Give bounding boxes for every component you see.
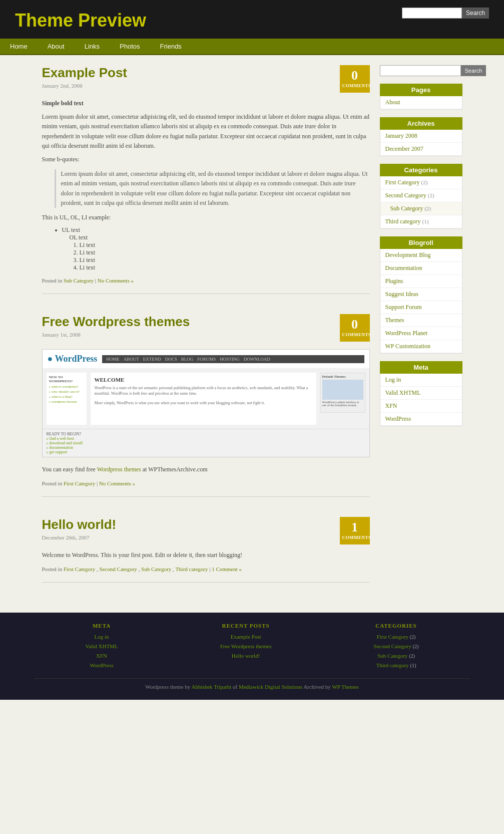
comment-label: COMMENTS — [342, 332, 367, 337]
wp-screenshot: ● WordPress HOME ABOUT EXTEND DOCS BLOG … — [42, 349, 370, 457]
footer-link-xfn[interactable]: XFN — [96, 653, 107, 659]
blogroll-link-wpc[interactable]: WP Customization — [380, 340, 462, 353]
category-link[interactable]: Sub Category — [64, 277, 94, 284]
blogroll-link-dev[interactable]: Development Blog — [380, 249, 462, 261]
footer-link-recent-2[interactable]: Free Wordpress themes — [220, 643, 272, 649]
footer-cat-count: (1) — [410, 663, 416, 668]
list-section: UL text OL text Li text Li text Li text … — [52, 226, 370, 271]
widget-pages-title: Pages — [380, 84, 462, 96]
wp-sidebar-link: » what is wordpress? — [49, 385, 84, 389]
meta-item-wp: WordPress — [380, 413, 462, 426]
post-header: Example Post January 2nd, 2008 0 COMMENT… — [42, 65, 370, 93]
no-comments-link[interactable]: No Comments » — [98, 277, 134, 284]
footer-link-cat-sub[interactable]: Sub Category (2) — [377, 653, 415, 659]
footer-link-login[interactable]: Log in — [95, 634, 109, 640]
blogroll-link-docs[interactable]: Documentation — [380, 262, 462, 274]
category-link-second[interactable]: Second Category — [99, 566, 137, 572]
footer-link-recent-1[interactable]: Example Post — [231, 634, 261, 640]
nav-item-friends[interactable]: Friends — [150, 39, 192, 54]
blogroll-item-docs: Documentation — [380, 262, 462, 275]
wp-themes-mini: Default Themes WordPress's admin interfa… — [320, 373, 365, 425]
ol-list: Li text Li text Li text Li text — [80, 241, 370, 271]
main-nav: Home About Links Photos Friends — [0, 39, 504, 55]
footer-meta-wp: WordPress — [86, 661, 118, 669]
footer-cat-sub: Sub Category (2) — [374, 652, 419, 660]
widget-categories-title: Categories — [380, 164, 462, 176]
footer-cat-first: First Category (2) — [374, 633, 419, 641]
wp-themes-title: Default Themes — [322, 375, 363, 379]
wp-link: » documentation — [47, 445, 74, 450]
footer-cols: META Log in Valid XHTML XFN WordPress RE… — [35, 623, 470, 671]
meta-link-login[interactable]: Log in — [380, 374, 462, 386]
category-link-third[interactable]: Third category (1) — [380, 215, 462, 228]
post-body: Lorem ipsum dolor sit amet, consectetur … — [42, 112, 370, 151]
meta-link-xhtml[interactable]: Valid XHTML — [380, 387, 462, 399]
archive-link-dec[interactable]: December 2007 — [380, 143, 462, 155]
widget-meta-title: Meta — [380, 361, 462, 374]
li-item: Li text — [80, 264, 370, 271]
footer-link-cat-third[interactable]: Third category (1) — [376, 662, 416, 668]
category-link-second[interactable]: Second Category (2) — [380, 189, 462, 202]
posted-in-label: Posted in — [42, 277, 64, 284]
blogroll-link-plugins[interactable]: Plugins — [380, 275, 462, 288]
wp-nav-docs: DOCS — [165, 357, 177, 362]
header-search-input[interactable] — [402, 8, 462, 19]
page-link-about[interactable]: About — [380, 96, 462, 109]
footer-company-link[interactable]: Mediawick Digital Solutions — [239, 684, 302, 690]
category-link-first[interactable]: First Category — [64, 566, 95, 572]
footer-meta-title: META — [86, 623, 118, 629]
footer-author-link[interactable]: Abhishek Tripathi — [191, 684, 231, 690]
category-link-sub[interactable]: Sub Category — [141, 566, 171, 572]
category-link[interactable]: First Category — [64, 480, 95, 486]
footer-wpthemes-link[interactable]: WP Themes — [332, 684, 358, 690]
blogroll-link-support[interactable]: Support Forum — [380, 301, 462, 314]
sidebar-search-input[interactable] — [380, 65, 461, 76]
footer-cat-third: Third category (1) — [374, 661, 419, 669]
footer-link-wp[interactable]: WordPress — [90, 662, 113, 668]
no-comments-link[interactable]: No Comments » — [99, 480, 135, 486]
wp-sidebar-link: » why should i use it? — [49, 390, 84, 394]
category-link-first[interactable]: First Category (2) — [380, 176, 462, 189]
comment-badge: 1 COMMENTS — [340, 517, 370, 544]
nav-item-about[interactable]: About — [38, 39, 75, 54]
wp-theme-img — [322, 380, 363, 400]
wp-nav-blog: BLOG — [181, 357, 194, 362]
meta-link-xfn[interactable]: XFN — [380, 400, 462, 412]
comment-link[interactable]: 1 Comment » — [212, 566, 242, 572]
blogroll-item-plugins: Plugins — [380, 275, 462, 288]
meta-link-wp[interactable]: WordPress — [380, 413, 462, 425]
post-title: Hello world! — [42, 517, 117, 532]
blogroll-link-themes[interactable]: Themes — [380, 314, 462, 327]
archive-link-jan[interactable]: January 2008 — [380, 130, 462, 142]
comment-badge: 0 COMMENTS — [340, 65, 370, 93]
widget-pages: Pages About — [380, 84, 462, 110]
nav-item-links[interactable]: Links — [75, 39, 110, 54]
category-link-third[interactable]: Third category — [175, 566, 208, 572]
page-item-about: About — [380, 96, 462, 109]
footer-link-xhtml[interactable]: Valid XHTML — [86, 643, 118, 649]
wp-logo: ● WordPress — [48, 354, 98, 364]
footer-link-cat-first[interactable]: First Category (2) — [377, 634, 416, 640]
nav-item-home[interactable]: Home — [0, 39, 38, 54]
sidebar-search-button[interactable]: Search — [461, 65, 486, 76]
wp-sidebar-link: » wordpress lessons — [49, 400, 84, 404]
header-search-button[interactable]: Search — [462, 8, 489, 19]
category-link-sub[interactable]: Sub Category (2) — [390, 202, 462, 215]
footer-link-cat-second[interactable]: Second Category (2) — [374, 643, 419, 649]
blockquote: Lorem ipsum dolor sit amet, consectetur … — [55, 169, 370, 208]
blogroll-link-suggest[interactable]: Suggest Ideas — [380, 288, 462, 301]
post-header: Free Wordpress themes January 1st, 2008 … — [42, 314, 370, 342]
category-count: (2) — [424, 205, 431, 211]
comment-label: COMMENTS — [342, 83, 367, 88]
content-wrap: Example Post January 2nd, 2008 0 COMMENT… — [35, 65, 470, 603]
wordpress-themes-link[interactable]: Wordpress themes — [97, 466, 141, 473]
comment-label: COMMENTS — [342, 535, 367, 540]
wp-sidebar-mini: NEW TO WORDPRESS? » what is wordpress? »… — [47, 373, 87, 425]
nav-item-photos[interactable]: Photos — [110, 39, 150, 54]
post-example: Example Post January 2nd, 2008 0 COMMENT… — [42, 65, 370, 294]
footer-cat-count: (2) — [413, 644, 419, 649]
footer-link-recent-3[interactable]: Hello world! — [232, 653, 260, 659]
wp-logo-bar: ● WordPress HOME ABOUT EXTEND DOCS BLOG … — [43, 350, 369, 369]
blogroll-link-planet[interactable]: WordPress Planet — [380, 327, 462, 340]
wp-sidebar-link: » what is a blog? — [49, 395, 84, 399]
